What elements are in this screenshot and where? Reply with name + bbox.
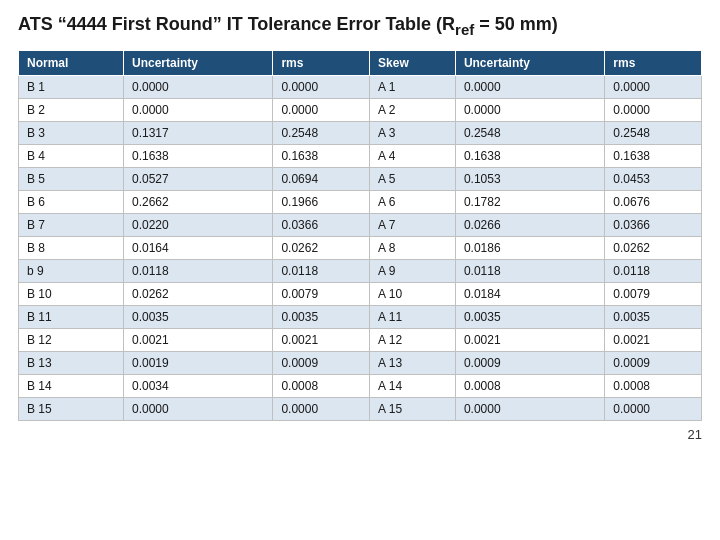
table-cell: A 8: [370, 236, 456, 259]
table-cell: 0.0021: [124, 328, 273, 351]
table-cell: A 13: [370, 351, 456, 374]
table-cell: 0.0184: [455, 282, 604, 305]
table-row: B 120.00210.0021A 120.00210.0021: [19, 328, 702, 351]
table-cell: 0.0000: [124, 98, 273, 121]
tolerance-table: Normal Uncertainty rms Skew Uncertainty …: [18, 50, 702, 421]
table-cell: B 12: [19, 328, 124, 351]
table-cell: 0.0000: [273, 98, 370, 121]
table-cell: B 13: [19, 351, 124, 374]
table-cell: B 5: [19, 167, 124, 190]
table-cell: 0.0035: [605, 305, 702, 328]
table-cell: 0.1966: [273, 190, 370, 213]
table-header-row: Normal Uncertainty rms Skew Uncertainty …: [19, 50, 702, 75]
table-cell: 0.2662: [124, 190, 273, 213]
table-cell: 0.0000: [605, 75, 702, 98]
table-cell: A 1: [370, 75, 456, 98]
table-cell: 0.0000: [124, 75, 273, 98]
table-cell: A 4: [370, 144, 456, 167]
table-row: B 100.02620.0079A 100.01840.0079: [19, 282, 702, 305]
table-cell: A 9: [370, 259, 456, 282]
header-rms-right: rms: [605, 50, 702, 75]
table-cell: 0.0008: [455, 374, 604, 397]
table-cell: 0.0019: [124, 351, 273, 374]
header-skew: Skew: [370, 50, 456, 75]
table-cell: 0.1782: [455, 190, 604, 213]
table-cell: 0.0079: [605, 282, 702, 305]
header-rms-left: rms: [273, 50, 370, 75]
table-row: B 40.16380.1638A 40.16380.1638: [19, 144, 702, 167]
table-row: B 70.02200.0366A 70.02660.0366: [19, 213, 702, 236]
table-row: b 90.01180.0118A 90.01180.0118: [19, 259, 702, 282]
table-cell: 0.0164: [124, 236, 273, 259]
table-cell: 0.0035: [455, 305, 604, 328]
table-cell: 0.0000: [124, 397, 273, 420]
table-cell: A 10: [370, 282, 456, 305]
table-cell: 0.0000: [455, 397, 604, 420]
table-cell: 0.1638: [455, 144, 604, 167]
table-cell: 0.0008: [605, 374, 702, 397]
table-cell: 0.0694: [273, 167, 370, 190]
table-cell: 0.1638: [605, 144, 702, 167]
table-cell: B 6: [19, 190, 124, 213]
table-cell: 0.0021: [273, 328, 370, 351]
table-row: B 50.05270.0694A 50.10530.0453: [19, 167, 702, 190]
table-cell: A 12: [370, 328, 456, 351]
table-row: B 30.13170.2548A 30.25480.2548: [19, 121, 702, 144]
header-normal: Normal: [19, 50, 124, 75]
table-cell: 0.0676: [605, 190, 702, 213]
table-cell: 0.0453: [605, 167, 702, 190]
table-cell: B 11: [19, 305, 124, 328]
table-cell: B 10: [19, 282, 124, 305]
table-cell: A 5: [370, 167, 456, 190]
table-cell: 0.0034: [124, 374, 273, 397]
table-cell: 0.0262: [273, 236, 370, 259]
table-row: B 110.00350.0035A 110.00350.0035: [19, 305, 702, 328]
table-cell: 0.0000: [605, 98, 702, 121]
table-cell: 0.0220: [124, 213, 273, 236]
table-cell: 0.2548: [455, 121, 604, 144]
table-cell: 0.1053: [455, 167, 604, 190]
table-cell: 0.0118: [273, 259, 370, 282]
table-row: B 130.00190.0009A 130.00090.0009: [19, 351, 702, 374]
page-number: 21: [18, 427, 702, 442]
table-cell: B 7: [19, 213, 124, 236]
table-cell: 0.1317: [124, 121, 273, 144]
table-cell: 0.0118: [605, 259, 702, 282]
table-cell: 0.0186: [455, 236, 604, 259]
page-title: ATS “4444 First Round” IT Tolerance Erro…: [18, 14, 702, 38]
table-cell: 0.0118: [124, 259, 273, 282]
table-cell: 0.2548: [605, 121, 702, 144]
header-uncertainty-right: Uncertainty: [455, 50, 604, 75]
table-cell: 0.0527: [124, 167, 273, 190]
header-uncertainty-left: Uncertainty: [124, 50, 273, 75]
table-cell: 0.0008: [273, 374, 370, 397]
table-cell: B 15: [19, 397, 124, 420]
table-row: B 80.01640.0262A 80.01860.0262: [19, 236, 702, 259]
table-cell: 0.0266: [455, 213, 604, 236]
table-cell: B 14: [19, 374, 124, 397]
table-cell: 0.0035: [273, 305, 370, 328]
table-cell: 0.0000: [273, 397, 370, 420]
table-cell: 0.0262: [124, 282, 273, 305]
table-cell: B 2: [19, 98, 124, 121]
table-cell: 0.0009: [273, 351, 370, 374]
table-cell: 0.0035: [124, 305, 273, 328]
table-cell: b 9: [19, 259, 124, 282]
table-cell: A 2: [370, 98, 456, 121]
table-cell: B 3: [19, 121, 124, 144]
table-cell: 0.0000: [273, 75, 370, 98]
table-cell: 0.1638: [124, 144, 273, 167]
table-cell: B 4: [19, 144, 124, 167]
table-cell: A 3: [370, 121, 456, 144]
table-cell: B 1: [19, 75, 124, 98]
table-cell: A 14: [370, 374, 456, 397]
table-cell: 0.0262: [605, 236, 702, 259]
table-cell: 0.0079: [273, 282, 370, 305]
table-row: B 60.26620.1966A 60.17820.0676: [19, 190, 702, 213]
table-cell: 0.0009: [455, 351, 604, 374]
table-row: B 150.00000.0000A 150.00000.0000: [19, 397, 702, 420]
table-cell: 0.0009: [605, 351, 702, 374]
table-cell: B 8: [19, 236, 124, 259]
table-cell: 0.0000: [455, 98, 604, 121]
table-cell: A 7: [370, 213, 456, 236]
